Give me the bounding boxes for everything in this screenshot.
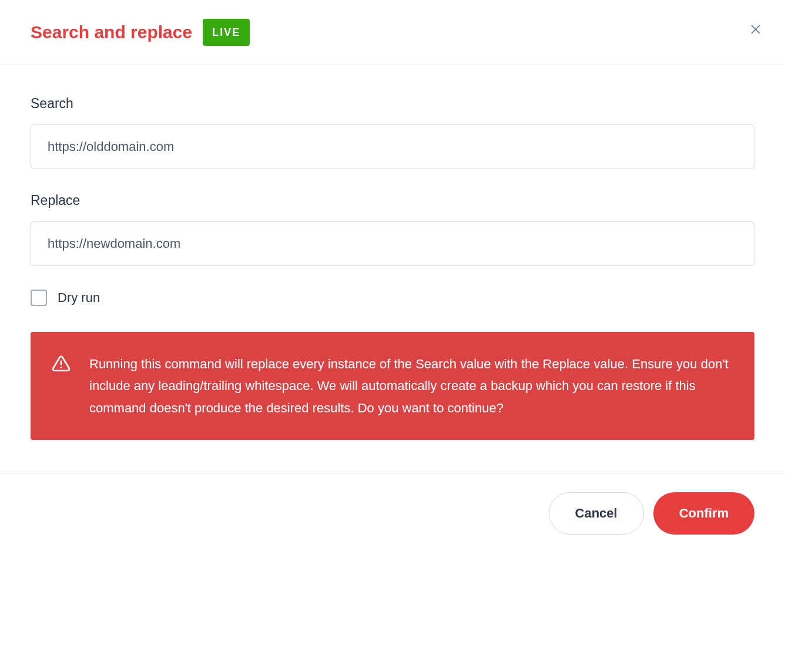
- dialog-header: Search and replace LIVE: [0, 0, 785, 65]
- dry-run-checkbox[interactable]: [31, 290, 47, 306]
- warning-alert: Running this command will replace every …: [31, 332, 754, 440]
- search-replace-dialog: Search and replace LIVE Search Replace D…: [0, 0, 785, 553]
- warning-text: Running this command will replace every …: [89, 353, 731, 419]
- replace-field: Replace: [31, 193, 754, 266]
- dry-run-row: Dry run: [31, 290, 754, 306]
- dialog-body: Search Replace Dry run Running this comm…: [0, 65, 785, 473]
- dry-run-label[interactable]: Dry run: [58, 290, 100, 305]
- search-input[interactable]: [31, 125, 754, 169]
- live-badge: LIVE: [203, 19, 250, 46]
- warning-icon: [52, 354, 71, 375]
- search-label: Search: [31, 96, 754, 112]
- close-icon: [749, 23, 762, 36]
- close-button[interactable]: [747, 21, 764, 38]
- dialog-title: Search and replace: [31, 22, 192, 42]
- search-field: Search: [31, 96, 754, 169]
- replace-input[interactable]: [31, 221, 754, 266]
- dialog-footer: Cancel Confirm: [0, 473, 785, 553]
- cancel-button[interactable]: Cancel: [549, 492, 644, 535]
- confirm-button[interactable]: Confirm: [653, 492, 754, 535]
- replace-label: Replace: [31, 193, 754, 209]
